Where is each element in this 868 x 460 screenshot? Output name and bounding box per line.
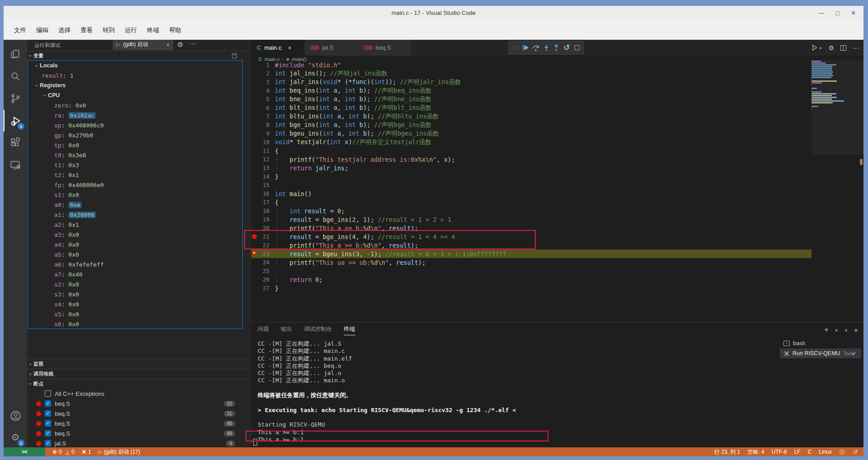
explorer-icon[interactable] [4, 43, 27, 65]
register-row[interactable]: a5: 0x0 [28, 249, 242, 259]
watch-section-header[interactable]: ›监视 [27, 359, 251, 369]
register-row[interactable]: s4: 0x0 [28, 299, 242, 309]
tab-debug-console[interactable]: 调试控制台 [304, 325, 332, 334]
debug-settings-gear-icon[interactable]: ⚙ [177, 41, 183, 49]
terminal-item-bash[interactable]: > bash [780, 338, 861, 348]
register-row[interactable]: zero: 0x0 [28, 100, 242, 110]
launch-config-select[interactable]: ▷ (gdb) 启动 ∨ [113, 40, 173, 50]
restart-button[interactable]: ↺ [562, 42, 571, 54]
code-line[interactable]: 9int bgeu_ins(int a, int b); //声明bgeu_in… [251, 129, 811, 138]
editor-more-icon[interactable]: ⋯ [853, 44, 859, 52]
breakpoint-row[interactable]: ✓beq.S22 [27, 399, 251, 408]
code-line[interactable]: 18 int result = 0; [251, 207, 811, 215]
run-or-debug-icon[interactable]: ∨ [811, 44, 822, 52]
local-variable-row[interactable]: result: 1 [28, 70, 242, 80]
register-row[interactable]: sp: 0x408006c0 [28, 120, 242, 130]
encoding[interactable]: UTF-8 [768, 449, 791, 455]
register-row[interactable]: tp: 0x0 [28, 140, 242, 150]
menu-view[interactable]: 查看 [76, 24, 97, 36]
feedback-icon[interactable] [835, 449, 849, 455]
code-line[interactable]: 8int bge_ins(int a, int b); //声明bge_ins函… [251, 121, 811, 129]
tab-jal-s[interactable]: ASM jal.S [305, 40, 358, 56]
menu-run[interactable]: 运行 [121, 24, 141, 36]
code-line[interactable]: 7int bltu_ins(int a, int b); //声明bltu_in… [251, 112, 811, 121]
register-row[interactable]: a6: 0xfefefeff [28, 259, 242, 269]
code-line[interactable]: 13 return jalr_ins; [251, 164, 811, 172]
close-panel-icon[interactable]: × [854, 326, 858, 334]
terminal-dropdown-icon[interactable]: ∨ [835, 328, 838, 333]
accounts-icon[interactable] [4, 405, 27, 427]
code-line[interactable]: 5int bne_ins(int a, int b); //声明bne_ins函… [251, 95, 811, 103]
settings-gear-icon[interactable]: ⚙ 1 [4, 427, 27, 448]
editor-gear-icon[interactable]: ⚙ [828, 44, 834, 52]
new-terminal-icon[interactable]: + [824, 326, 828, 334]
split-editor-icon[interactable] [840, 45, 846, 51]
breakpoint-row[interactable]: ✓beq.S40 [27, 418, 251, 428]
code-line[interactable]: 26 return 0; [251, 275, 811, 284]
breakpoint-checkbox[interactable]: ✓ [45, 440, 51, 446]
tab-output[interactable]: 输出 [281, 325, 292, 334]
run-debug-icon[interactable]: 1 [4, 110, 27, 131]
code-line[interactable]: 14} [251, 172, 811, 181]
code-line[interactable]: 3int jalr_ins(void* (*func)(int)); //声明j… [251, 78, 811, 86]
extensions-icon[interactable] [4, 132, 27, 154]
breakpoint-checkbox[interactable]: ✓ [45, 410, 51, 417]
register-row[interactable]: a7: 0x40 [28, 269, 242, 279]
close-tab-icon[interactable]: × [288, 44, 292, 52]
terminal-output[interactable]: CC -[M] 正在构建... jal.SCC -[M] 正在构建... mai… [258, 340, 516, 443]
code-line[interactable]: 19 result = bge_ins(2, 1); //result = 1 … [251, 215, 811, 224]
exceptions-checkbox[interactable] [45, 390, 51, 397]
register-row[interactable]: s1: 0x0 [28, 190, 242, 200]
remote-explorer-icon[interactable] [4, 154, 27, 176]
cpu-group[interactable]: ›CPU [28, 90, 242, 100]
register-row[interactable]: t0: 0x3e8 [28, 150, 242, 160]
breakpoint-row[interactable]: ✓beq.S31 [27, 408, 251, 418]
minimize-button[interactable]: ─ [819, 9, 824, 17]
variables-section-header[interactable]: › 变量 [27, 51, 251, 60]
os-indicator[interactable]: Linux [815, 449, 835, 455]
notifications-bell-icon[interactable] [849, 449, 863, 455]
problems-status[interactable]: ⊗0 △0 [49, 449, 78, 455]
close-button[interactable]: × [851, 9, 855, 17]
code-line[interactable]: ▶23 result = bgeu_ins(3, -1); //result =… [251, 249, 811, 258]
step-out-button[interactable] [552, 42, 561, 54]
code-line[interactable]: 2int jal_ins(); //声明jal_ins函数 [251, 69, 811, 78]
code-line[interactable]: 27} [251, 284, 811, 292]
code-line[interactable]: 16int main() [251, 189, 811, 198]
stop-button[interactable] [572, 42, 582, 54]
menu-help[interactable]: 帮助 [165, 24, 185, 36]
maximize-panel-icon[interactable]: ∧ [844, 328, 848, 333]
maximize-button[interactable]: □ [835, 9, 839, 17]
menu-edit[interactable]: 编辑 [32, 24, 52, 36]
code-line[interactable]: 25 [251, 267, 811, 275]
register-row[interactable]: s6: 0x0 [28, 319, 242, 329]
callstack-section-header[interactable]: ›调用堆栈 [27, 369, 251, 379]
debug-session-status[interactable]: ▷(gdb) 启动 (17) [94, 448, 144, 456]
menu-goto[interactable]: 转到 [99, 24, 119, 36]
tab-main-c[interactable]: C main.c × [251, 40, 305, 56]
register-row[interactable]: a4: 0x0 [28, 239, 242, 249]
register-row[interactable]: a1: 0x28008 [28, 210, 242, 220]
code-line[interactable]: 12 printf("This testjalr address is:0x%x… [251, 155, 811, 164]
collapse-variables-icon[interactable] [232, 53, 237, 58]
menu-file[interactable]: 文件 [10, 24, 30, 36]
code-line[interactable]: 6int blt_ins(int a, int b); //声明blt_ins函… [251, 103, 811, 112]
tab-problems[interactable]: 问题 [258, 325, 269, 334]
registers-group[interactable]: ›Registers [28, 80, 242, 90]
register-row[interactable]: ra: 0x102ac [28, 110, 242, 120]
code-lines[interactable]: 1#include "stdio.h"2int jal_ins(); //声明j… [251, 61, 811, 292]
code-line[interactable]: 11{ [251, 146, 811, 155]
code-line[interactable]: 4int beq_ins(int a, int b); //声明beq_ins函… [251, 86, 811, 95]
toolbar-grip[interactable]: ⋮⋮ [510, 42, 520, 54]
eol[interactable]: LF [791, 449, 804, 455]
code-line[interactable]: 1#include "stdio.h" [251, 61, 811, 69]
menu-terminal[interactable]: 终端 [143, 24, 163, 36]
code-line[interactable]: 24 printf("This ua >= ub:%d\n", result); [251, 258, 811, 267]
start-debug-icon[interactable]: ▷ [116, 41, 120, 47]
source-control-icon[interactable] [4, 88, 27, 109]
register-row[interactable]: s3: 0x0 [28, 289, 242, 299]
remote-indicator[interactable]: >< [4, 447, 45, 456]
minimap[interactable] [811, 61, 861, 109]
breakpoint-row[interactable]: ✓jal.S4 [27, 438, 251, 447]
terminal-item-task[interactable]: Run RISCV-QEMU Task ✓ [780, 348, 861, 358]
